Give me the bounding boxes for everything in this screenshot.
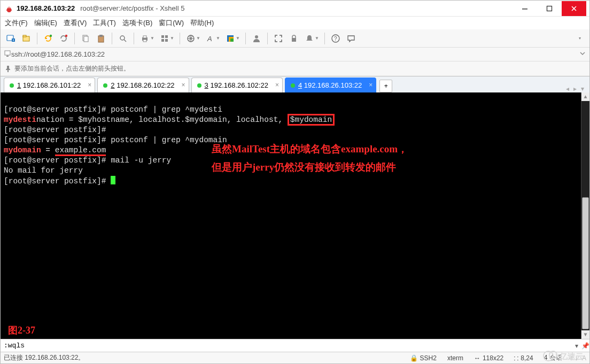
tab-scroll: ◂ ▸ ▾: [566, 85, 587, 92]
status-dot-icon: [103, 83, 107, 88]
close-icon[interactable]: ×: [275, 81, 279, 89]
copy-button[interactable]: [79, 32, 92, 45]
menu-tools[interactable]: 工具(T): [93, 18, 116, 28]
open-session-button[interactable]: [19, 32, 33, 45]
input-dropdown-icon[interactable]: ▾: [572, 342, 581, 350]
annotation-line2: 但是用户jerry仍然没有接收到转发的邮件: [212, 162, 396, 172]
command-input-bar: ▾ 📌: [1, 339, 589, 352]
prompt: [root@server postfix]#: [4, 177, 111, 185]
prompt: [root@server postfix]#: [4, 126, 106, 134]
cmd: mail -u jerry: [111, 156, 171, 165]
user-button[interactable]: [250, 32, 263, 45]
print-button[interactable]: ▼: [138, 32, 156, 45]
svg-rect-16: [143, 40, 146, 42]
svg-point-8: [65, 34, 67, 36]
figure-label: 图2-37: [8, 326, 35, 336]
menu-tab[interactable]: 选项卡(B): [122, 18, 152, 28]
svg-rect-2: [547, 6, 552, 11]
tab-session-2[interactable]: 2 192.168.26.102:22 ×: [97, 78, 189, 92]
svg-point-26: [255, 35, 258, 38]
maximize-button[interactable]: [537, 1, 562, 16]
scroll-up-icon[interactable]: ▲: [581, 92, 589, 101]
terminal-scrollbar[interactable]: ▲ ▼: [581, 92, 589, 339]
menu-window[interactable]: 窗口(W): [159, 18, 184, 28]
scroll-left-icon[interactable]: ◂: [566, 85, 569, 92]
svg-rect-10: [84, 36, 88, 42]
help-button[interactable]: ?: [329, 32, 343, 45]
tab-session-3[interactable]: 3 192.168.26.102:22 ×: [191, 78, 283, 92]
svg-rect-20: [165, 39, 168, 42]
tab-session-4[interactable]: 4 192.168.26.103:22 ×: [285, 78, 376, 92]
svg-rect-27: [292, 38, 296, 42]
tab-label: 192.168.26.103:22: [304, 81, 362, 89]
status-cursorpos: ⸬ 8,24: [511, 354, 536, 362]
address-text[interactable]: ssh://root@192.168.26.103:22: [11, 49, 579, 60]
titlebar: 192.168.26.103:22 root@server:/etc/postf…: [1, 1, 589, 17]
svg-rect-17: [161, 35, 164, 38]
input-pin-icon[interactable]: 📌: [581, 342, 589, 350]
encoding-button[interactable]: ▼: [184, 32, 202, 45]
address-dropdown[interactable]: [579, 50, 586, 59]
command-input[interactable]: [1, 340, 572, 351]
tab-strip: 1 192.168.26.101:22 × 2 192.168.26.102:2…: [1, 76, 589, 92]
close-icon[interactable]: ×: [369, 81, 372, 89]
svg-rect-30: [5, 51, 10, 55]
add-tab-button[interactable]: +: [379, 80, 392, 92]
underline-domain: example.com: [55, 146, 106, 156]
svg-rect-6: [23, 35, 26, 37]
bell-button[interactable]: ▼: [302, 32, 321, 45]
address-bar: ssh://root@192.168.26.103:22: [1, 48, 589, 61]
color-button[interactable]: ▼: [223, 32, 242, 45]
hint-bar: 要添加当前会话，点击左侧的箭头按钮。: [1, 61, 589, 76]
close-icon[interactable]: ×: [182, 81, 185, 89]
tab-menu-icon[interactable]: ▾: [581, 85, 584, 92]
annotation-line1: 虽然MailTest主机的域名包含example.com，: [212, 144, 408, 154]
menu-file[interactable]: 文件(F): [5, 18, 28, 28]
status-dot-icon: [291, 83, 295, 88]
views-button[interactable]: ▼: [158, 32, 176, 45]
tab-num: 1: [17, 81, 21, 89]
tab-session-1[interactable]: 1 192.168.26.101:22 ×: [4, 78, 95, 92]
menu-help[interactable]: 帮助(H): [190, 18, 214, 28]
prompt: [root@server postfix]#: [4, 105, 111, 114]
toolbar-overflow[interactable]: ▾: [572, 32, 586, 45]
find-button[interactable]: [116, 32, 130, 45]
menu-view[interactable]: 查看(V): [64, 18, 87, 28]
prompt: [root@server postfix]#: [4, 136, 111, 144]
feedback-button[interactable]: [344, 32, 358, 45]
status-bar: 已连接 192.168.26.103:22。 🔒 SSH2 xterm ↔ 11…: [1, 352, 589, 363]
scroll-down-icon[interactable]: ▼: [581, 330, 589, 339]
terminal[interactable]: [root@server postfix]# postconf | grep ^…: [1, 92, 589, 339]
svg-rect-18: [165, 35, 168, 38]
svg-point-13: [120, 36, 125, 40]
disconnect-button[interactable]: [57, 32, 71, 45]
status-proto: 🔒 SSH2: [407, 354, 440, 362]
svg-rect-25: [230, 38, 234, 42]
svg-point-7: [50, 34, 52, 36]
toolbar: ▼ ▼ ▼ A▼ ▼ ▼ ? ▾: [1, 29, 589, 48]
pin-icon[interactable]: [4, 65, 12, 73]
reconnect-button[interactable]: [41, 32, 55, 45]
scroll-thumb[interactable]: [582, 197, 589, 329]
close-icon[interactable]: ×: [88, 81, 91, 89]
lock-button[interactable]: [287, 32, 301, 45]
minimize-button[interactable]: [513, 1, 537, 16]
new-session-button[interactable]: [4, 32, 18, 45]
font-button[interactable]: A▼: [204, 32, 222, 45]
paste-button[interactable]: [94, 32, 108, 45]
fullscreen-button[interactable]: [271, 32, 285, 45]
hint-text: 要添加当前会话，点击左侧的箭头按钮。: [14, 64, 130, 73]
menu-edit[interactable]: 编辑(E): [34, 18, 57, 28]
watermark: 亿速云: [542, 349, 588, 364]
scroll-right-icon[interactable]: ▸: [573, 85, 577, 92]
app-icon: [5, 4, 13, 13]
title-sub: root@server:/etc/postfix - Xshell 5: [80, 4, 184, 12]
svg-text:亿速云: 亿速云: [559, 352, 584, 361]
svg-text:?: ?: [334, 36, 337, 42]
svg-rect-1: [522, 9, 527, 10]
svg-text:A: A: [207, 35, 212, 43]
close-button[interactable]: [562, 1, 586, 16]
svg-point-33: [544, 351, 553, 361]
tab-num: 3: [205, 81, 208, 89]
svg-rect-31: [6, 56, 9, 57]
